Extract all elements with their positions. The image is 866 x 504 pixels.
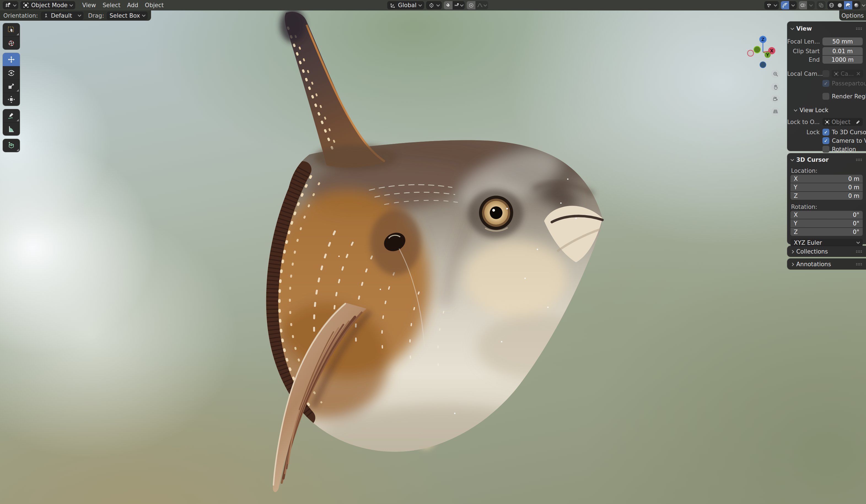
shading-dropdown-chevron[interactable] [862,3,865,7]
snap-settings-dropdown[interactable] [453,1,465,9]
perspective-toggle-button[interactable] [771,107,780,116]
gizmos-toggle[interactable] [781,1,789,9]
menu-view[interactable]: View [79,1,99,9]
view-panel-title: View [796,25,812,32]
tool-scale[interactable] [3,79,20,92]
pivot-point-dropdown[interactable] [426,1,442,9]
gizmos-group [781,1,797,9]
tool-cursor[interactable] [3,36,20,49]
clip-end-label: End [787,56,822,63]
proportional-editing-toggle[interactable] [467,1,476,9]
material-shading-button[interactable] [844,1,852,9]
render-region-checkbox[interactable]: ✓ [822,93,829,100]
viewport-header: Object Mode View Select Add Object Globa… [0,0,866,10]
clip-start-field[interactable]: 0.01 m [822,47,863,55]
visibility-dropdown[interactable] [764,1,779,9]
menu-object[interactable]: Object [142,1,167,9]
rotation-mode-dropdown[interactable]: XYZ Euler [790,239,863,247]
snap-toggle[interactable] [444,1,453,9]
editor-type-button[interactable] [3,1,18,9]
tool-transform[interactable] [3,92,20,106]
overlays-toggle[interactable] [799,1,807,9]
proportional-falloff-dropdown[interactable] [476,1,488,9]
lock-object-field[interactable]: Object [822,118,863,126]
gizmos-icon [782,2,788,8]
viewport-editor-icon [5,2,11,8]
drag-dropdown[interactable]: Select Box [107,12,148,20]
proportional-editing-icon [468,3,474,8]
local-camera-field[interactable]: Ca... ✕ [832,70,863,78]
display-cluster [764,1,865,9]
lock-object-placeholder: Object [832,119,850,125]
tool-move[interactable] [3,53,20,66]
overlays-dropdown[interactable] [807,1,815,9]
camera-to-view-checkbox[interactable]: ✓ [822,137,829,144]
cursor-rotation-x-field[interactable]: X0° [790,211,863,219]
local-camera-checkbox[interactable]: ✓ [822,70,829,77]
hand-icon [773,84,778,90]
gizmos-dropdown[interactable] [789,1,797,9]
lock-rotation-checkbox[interactable]: ✓ [822,146,829,153]
3d-viewport[interactable]: Z X Y [0,10,866,504]
orientation-dropdown[interactable]: Default [41,12,84,20]
menu-select[interactable]: Select [100,1,123,9]
panel-drag-dots[interactable] [856,263,862,265]
camera-view-button[interactable] [771,94,780,103]
annotations-title: Annotations [796,261,831,268]
collections-panel-header[interactable]: Collections [787,246,866,255]
to-3d-cursor-checkbox[interactable]: ✓ [822,129,829,136]
tool-measure[interactable] [3,122,20,136]
xray-toggle[interactable] [817,1,825,9]
solid-shading-button[interactable] [836,1,844,9]
mode-selector[interactable]: Object Mode [20,1,75,9]
gizmo-neg-y-ball [754,46,760,53]
render-region-label: Render Regi... [832,93,866,100]
tool-annotate[interactable] [3,109,20,122]
local-camera-value: Ca... [841,70,854,77]
drag-label: Drag: [88,12,104,19]
opah-fish-render [0,10,866,504]
view-lock-title: View Lock [800,107,828,113]
navigation-gizmo[interactable]: Z X Y [741,31,786,72]
focal-length-label: Focal Len... [787,38,822,45]
cursor-rotation-z-field[interactable]: Z0° [790,228,863,236]
object-data-icon [825,120,829,124]
passepartout-checkbox[interactable]: ✓ [822,80,829,87]
cursor-rotation-y-field[interactable]: Y0° [790,219,863,227]
tool-rotate[interactable] [3,66,20,79]
pan-view-button[interactable] [771,83,780,91]
panel-drag-dots[interactable] [856,250,862,253]
cursor-panel-header[interactable]: 3D Cursor [787,153,866,164]
cursor-location-z-field[interactable]: Z0 m [790,192,863,200]
annotations-panel-header[interactable]: Annotations [787,258,866,268]
tool-add-primitive[interactable] [3,139,20,152]
focal-length-field[interactable]: 50 mm [822,37,863,45]
options-button[interactable]: Options [839,10,866,21]
orientation-label: Orientation: [3,12,38,19]
measure-icon [7,125,15,133]
pivot-point-icon [429,2,434,8]
magnet-snap-icon [446,3,451,8]
tool-box-select[interactable] [3,23,20,36]
transform-orientation-dropdown[interactable]: Global [387,1,424,9]
object-data-icon [834,72,839,76]
add-cube-icon [7,141,15,150]
rendered-shading-button[interactable] [852,1,861,9]
orientation-value: Default [51,12,72,19]
annotate-icon [7,112,15,120]
menu-add[interactable]: Add [124,1,141,9]
orientation-axes-icon [390,2,396,8]
panel-drag-dots[interactable] [856,159,862,161]
zoom-view-button[interactable] [771,70,780,78]
cursor-location-x-field[interactable]: X0 m [790,175,863,183]
lock-to-object-label: Lock to O... [787,119,822,125]
proportional-group [467,1,488,9]
clear-x-icon[interactable]: ✕ [856,70,861,77]
view-panel-header[interactable]: View [787,22,866,33]
clip-end-field[interactable]: 1000 m [822,56,863,64]
view-lock-subpanel-header[interactable]: View Lock [787,100,866,115]
transform-icon [7,96,15,104]
wireframe-shading-button[interactable] [828,1,836,9]
cursor-location-y-field[interactable]: Y0 m [790,183,863,191]
panel-drag-dots[interactable] [856,27,862,30]
